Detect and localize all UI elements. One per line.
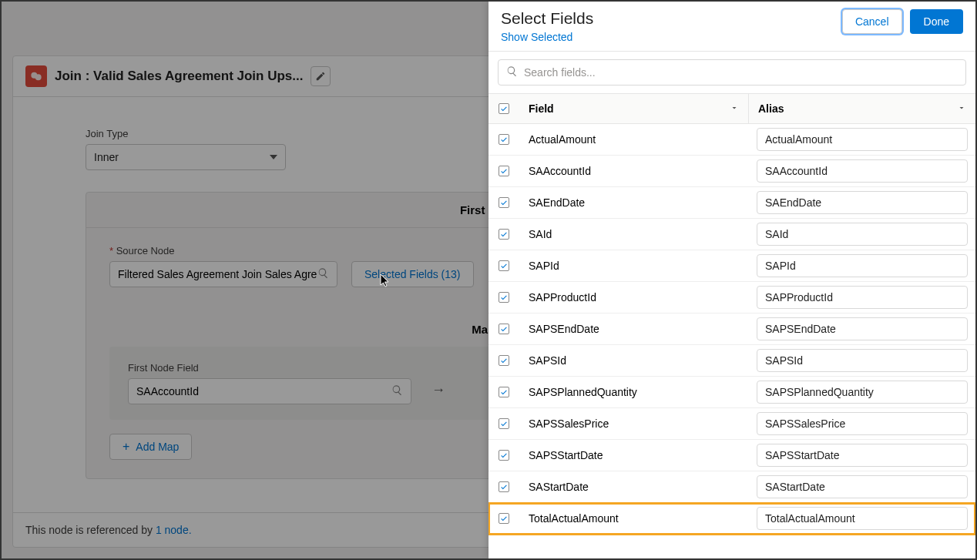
field-cell: SAStartDate xyxy=(519,471,749,502)
done-button[interactable]: Done xyxy=(910,9,963,34)
panel-search-wrap xyxy=(488,52,975,93)
alias-input[interactable] xyxy=(757,128,968,151)
panel-title: Select Fields xyxy=(501,9,593,28)
table-row: SAStartDate xyxy=(488,471,975,503)
row-checkbox[interactable] xyxy=(499,387,509,397)
alias-column-header[interactable]: Alias xyxy=(749,102,975,115)
field-cell: SAPSId xyxy=(519,345,749,376)
alias-input[interactable] xyxy=(757,412,968,435)
row-checkbox[interactable] xyxy=(499,229,509,240)
field-cell: TotalActualAmount xyxy=(519,503,749,534)
chevron-down-icon xyxy=(730,102,739,115)
row-checkbox[interactable] xyxy=(499,197,509,208)
field-cell: SAPId xyxy=(519,250,749,281)
field-cell: SAId xyxy=(519,219,749,250)
alias-input[interactable] xyxy=(757,286,968,309)
alias-input[interactable] xyxy=(757,475,968,498)
alias-column-label: Alias xyxy=(758,102,784,115)
field-column-header[interactable]: Field xyxy=(519,94,749,123)
table-row: SAPSPlannedQuantity xyxy=(488,377,975,408)
alias-input[interactable] xyxy=(757,317,968,340)
table-row: SAPSEndDate xyxy=(488,314,975,345)
select-all-checkbox[interactable] xyxy=(499,103,509,114)
field-cell: SAAccountId xyxy=(519,156,749,186)
row-checkbox[interactable] xyxy=(499,292,509,303)
row-checkbox[interactable] xyxy=(499,166,509,176)
row-checkbox[interactable] xyxy=(499,324,509,334)
field-cell: SAPProductId xyxy=(519,282,749,313)
table-row: SAPId xyxy=(488,250,975,282)
cancel-button[interactable]: Cancel xyxy=(842,9,902,34)
alias-input[interactable] xyxy=(757,159,968,183)
field-column-label: Field xyxy=(529,102,554,115)
row-checkbox[interactable] xyxy=(499,134,509,145)
alias-input[interactable] xyxy=(757,191,968,214)
row-checkbox[interactable] xyxy=(499,481,509,492)
row-checkbox[interactable] xyxy=(499,450,509,461)
table-row: SAAccountId xyxy=(488,156,975,187)
alias-input[interactable] xyxy=(757,349,968,372)
table-row: SAPSId xyxy=(488,345,975,377)
alias-input[interactable] xyxy=(757,223,968,246)
table-row: SAEndDate xyxy=(488,187,975,219)
search-icon xyxy=(506,65,518,80)
alias-input[interactable] xyxy=(757,507,968,530)
alias-input[interactable] xyxy=(757,254,968,277)
table-header: Field Alias xyxy=(488,93,975,124)
field-cell: ActualAmount xyxy=(519,124,749,155)
rows-container: ActualAmountSAAccountIdSAEndDateSAIdSAPI… xyxy=(488,124,975,558)
field-cell: SAPSPlannedQuantity xyxy=(519,377,749,407)
select-fields-panel: Select Fields Show Selected Cancel Done … xyxy=(488,2,975,558)
table-row: SAPSStartDate xyxy=(488,440,975,471)
chevron-down-icon xyxy=(957,102,966,115)
row-checkbox[interactable] xyxy=(499,260,509,271)
row-checkbox[interactable] xyxy=(499,418,509,429)
row-checkbox[interactable] xyxy=(499,513,509,524)
panel-header: Select Fields Show Selected Cancel Done xyxy=(488,2,975,52)
field-cell: SAPSStartDate xyxy=(519,440,749,471)
field-cell: SAEndDate xyxy=(519,187,749,218)
field-cell: SAPSEndDate xyxy=(519,314,749,344)
search-input[interactable] xyxy=(524,66,958,79)
row-checkbox[interactable] xyxy=(499,355,509,366)
table-row: TotalActualAmount xyxy=(488,503,975,535)
table-row: SAPProductId xyxy=(488,282,975,314)
alias-input[interactable] xyxy=(757,381,968,404)
show-selected-link[interactable]: Show Selected xyxy=(501,31,593,43)
field-cell: SAPSSalesPrice xyxy=(519,408,749,439)
alias-input[interactable] xyxy=(757,444,968,467)
table-row: SAPSSalesPrice xyxy=(488,408,975,440)
table-row: SAId xyxy=(488,219,975,250)
search-input-wrap[interactable] xyxy=(498,59,966,86)
table-row: ActualAmount xyxy=(488,124,975,156)
